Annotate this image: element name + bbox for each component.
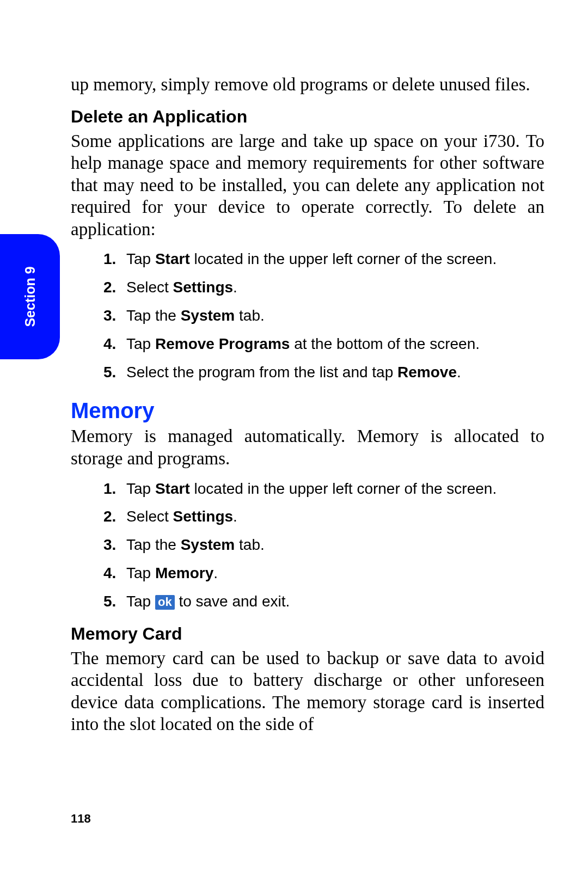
- delete-app-steps: Tap Start located in the upper left corn…: [71, 249, 544, 382]
- step-text: .: [457, 364, 461, 381]
- step-item: Tap Remove Programs at the bottom of the…: [103, 334, 544, 354]
- memory-paragraph: Memory is managed automatically. Memory …: [71, 425, 544, 469]
- step-bold: Settings: [173, 508, 233, 525]
- delete-app-paragraph: Some applications are large and take up …: [71, 130, 544, 241]
- section-tab: Section 9: [0, 234, 60, 359]
- step-text: located in the upper left corner of the …: [190, 480, 497, 497]
- page-number: 118: [71, 812, 91, 826]
- step-item: Tap the System tab.: [103, 305, 544, 326]
- step-text: Select: [126, 508, 173, 525]
- step-bold: System: [181, 307, 235, 324]
- step-item: Tap Memory.: [103, 563, 544, 584]
- step-text: Tap: [126, 250, 155, 267]
- memory-card-heading: Memory Card: [71, 624, 544, 644]
- step-text: Select the program from the list and tap: [126, 364, 397, 381]
- step-text: located in the upper left corner of the …: [190, 250, 497, 267]
- step-item: Tap Start located in the upper left corn…: [103, 479, 544, 499]
- step-bold: Start: [155, 250, 190, 267]
- step-text: at the bottom of the screen.: [290, 335, 480, 352]
- step-bold: Remove Programs: [155, 335, 290, 352]
- step-text: tab.: [235, 307, 264, 324]
- document-page: Section 9 up memory, simply remove old p…: [0, 0, 588, 883]
- memory-card-paragraph: The memory card can be used to backup or…: [71, 647, 544, 735]
- step-bold: Memory: [155, 565, 213, 581]
- step-text: Tap the: [126, 307, 181, 324]
- step-bold: System: [181, 536, 235, 553]
- step-text: .: [233, 279, 237, 296]
- intro-paragraph: up memory, simply remove old programs or…: [71, 73, 544, 96]
- step-text: Tap: [126, 335, 155, 352]
- step-item: Tap Start located in the upper left corn…: [103, 249, 544, 269]
- step-item: Select the program from the list and tap…: [103, 362, 544, 383]
- step-bold: Settings: [173, 279, 233, 296]
- memory-heading: Memory: [71, 398, 544, 423]
- step-bold: Remove: [397, 364, 457, 381]
- step-bold: Start: [155, 480, 190, 497]
- step-item: Select Settings.: [103, 277, 544, 298]
- step-text: Tap the: [126, 536, 181, 553]
- step-text: .: [233, 508, 237, 525]
- step-text: Tap: [126, 480, 155, 497]
- step-text: Tap: [126, 565, 155, 581]
- section-tab-label: Section 9: [22, 266, 38, 327]
- step-text: Select: [126, 279, 173, 296]
- step-item: Tap ok to save and exit.: [103, 591, 544, 612]
- step-item: Tap the System tab.: [103, 535, 544, 555]
- step-text: Tap: [126, 593, 155, 610]
- step-text: tab.: [235, 536, 264, 553]
- ok-icon: ok: [155, 595, 175, 610]
- step-text: .: [213, 565, 218, 581]
- memory-steps: Tap Start located in the upper left corn…: [71, 479, 544, 612]
- step-item: Select Settings.: [103, 506, 544, 527]
- delete-app-heading: Delete an Application: [71, 107, 544, 127]
- step-text: to save and exit.: [175, 593, 290, 610]
